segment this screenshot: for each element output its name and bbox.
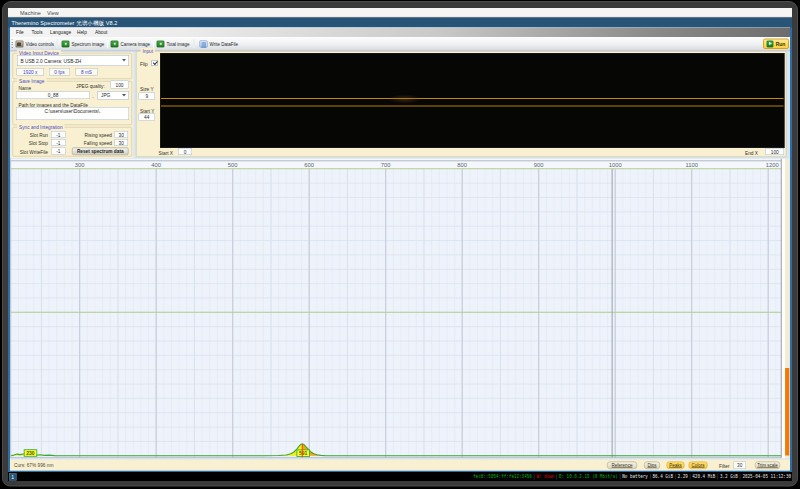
end-x-field[interactable]: 100 [766, 148, 785, 155]
end-x-label: End X [745, 150, 758, 157]
run-button[interactable]: Run [763, 39, 789, 50]
toolbar-button-label: Write DataFile [210, 42, 238, 47]
run-button-label: Run [776, 41, 786, 47]
app-menu-about[interactable]: About [95, 29, 107, 36]
size-y-field[interactable]: 9 [139, 93, 156, 100]
toolbar-button-spectrum-image[interactable]: Spectrum image [60, 39, 107, 50]
app-menu-tools[interactable]: Tools [32, 29, 43, 36]
video-stat-exposure: 8 mS [76, 68, 98, 76]
camera-icon [157, 41, 165, 48]
cursor-readout: Curs: 67% 996 nm [14, 462, 53, 468]
dot-label: . [93, 93, 94, 100]
slot-stop-field[interactable]: -1 [51, 139, 66, 146]
toolbar-button-label: Spectrum image [72, 42, 105, 47]
toolbar-button-write-datafile[interactable]: Write DataFile [198, 39, 240, 50]
status-segment: 3.2 GiB [720, 474, 738, 479]
app-menu-help[interactable]: Help [77, 29, 87, 36]
input-group-label: Input [141, 48, 156, 55]
reset-spectrum-button[interactable]: Reset spectrum data [72, 148, 129, 156]
peaks-button[interactable]: Peaks [667, 462, 685, 470]
flip-label: Flip [140, 61, 148, 68]
slot-stop-label: Slot Stop [10, 140, 48, 147]
app-content: FileToolsLanguageHelpAbout Run Video con… [10, 28, 790, 471]
status-segment: 420.4 MiB [692, 474, 715, 479]
qemu-menu-view[interactable]: View [47, 9, 59, 17]
dips-button[interactable]: Dips [644, 462, 660, 470]
video-device-select[interactable]: B USB 2.0 Camera: USB-ZH [17, 55, 129, 66]
peak-label-591: 591 [299, 450, 308, 456]
screenshot-root: Machine View Theremino Spectrometer 光谱小機… [0, 0, 800, 489]
jpeg-quality-label: JPEG quality: [76, 83, 105, 90]
slot-writefile-field[interactable]: -1 [51, 148, 66, 155]
name-label: Name [19, 85, 32, 92]
toolbar-separator [57, 40, 58, 49]
slot-writefile-label: Slot WriteFile [10, 149, 48, 156]
start-x-field[interactable]: 0 [178, 148, 192, 155]
app-toolbar: Run Video controlsSpectrum imageCamera i… [10, 37, 790, 52]
dropdown-arrow-icon [122, 59, 126, 62]
status-text: fec0::5054:ff:fe12:3456|W: down|E: 10.0.… [473, 472, 791, 481]
video-controls-icon [16, 41, 24, 48]
rising-speed-field[interactable]: 30 [115, 131, 129, 138]
video-device-value: B USB 2.0 Camera: USB-ZH [21, 58, 82, 64]
axis-label-600: 600 [304, 162, 314, 168]
format-select[interactable]: JPG [98, 91, 130, 100]
status-segment: 86.4 GiB [652, 474, 672, 479]
image-name-field[interactable]: 0_88 [16, 92, 90, 100]
app-menu-language[interactable]: Language [50, 29, 71, 36]
qemu-menu-machine[interactable]: Machine [20, 9, 41, 17]
filter-label: Filter [719, 463, 730, 470]
status-segment: 2025-04-05 11:12:30 [742, 474, 791, 479]
falling-speed-field[interactable]: 30 [115, 139, 129, 146]
filter-field[interactable]: 30 [734, 462, 747, 470]
app-menubar: FileToolsLanguageHelpAbout [10, 28, 790, 38]
toolbar-button-video-controls[interactable]: Video controls [14, 39, 56, 50]
status-segment: W: down [536, 474, 554, 479]
toolbar-separator [194, 40, 195, 49]
rising-speed-label: Rising speed [70, 132, 112, 139]
axis-label-500: 500 [228, 162, 238, 168]
video-stat-resolution: 1920 x [17, 68, 45, 76]
sync-group-label: Sync and Integration [17, 124, 65, 131]
i3bar: 1 fec0::5054:ff:fe12:3456|W: down|E: 10.… [8, 472, 792, 481]
app-client-area: FileToolsLanguageHelpAbout Run Video con… [10, 28, 790, 471]
workspace-button[interactable]: 1 [9, 473, 17, 481]
axis-label-400: 400 [151, 162, 161, 168]
status-segment: 2.29 [678, 474, 688, 479]
guest-screen: Theremino Spectrometer 光谱小機版 V8.2 FileTo… [8, 18, 792, 482]
control-panels: Video Input Device B USB 2.0 Camera: USB… [10, 52, 790, 159]
trim-indicator[interactable] [785, 368, 789, 455]
spectrum-chart[interactable]: 2003004005006007008009001000110012002305… [10, 159, 790, 459]
app-window: Theremino Spectrometer 光谱小機版 V8.2 FileTo… [8, 18, 792, 473]
toolbar-button-total-image[interactable]: Total image [155, 39, 192, 50]
camera-preview[interactable] [160, 53, 785, 148]
camera-icon [111, 41, 119, 48]
status-segment: fec0::5054:ff:fe12:3456 [473, 474, 532, 479]
flip-checkbox[interactable] [152, 60, 158, 66]
path-field[interactable]: C:\users\user\Documents\. [16, 107, 129, 120]
axis-label-1200: 1200 [766, 162, 779, 168]
run-play-icon [767, 40, 774, 47]
window-titlebar[interactable]: Theremino Spectrometer 光谱小機版 V8.2 [8, 18, 792, 28]
axis-label-700: 700 [381, 162, 391, 168]
toolbar-button-label: Video controls [26, 42, 54, 47]
trim-scale-button[interactable]: Trim scale [755, 462, 780, 470]
toolbar-button-label: Total image [167, 42, 190, 47]
status-segment: E: 10.0.2.15 (0 Mbit/s) [559, 474, 618, 479]
axis-strip [11, 159, 782, 169]
app-menu-file[interactable]: File [16, 29, 24, 36]
start-x-label: Start X [159, 150, 174, 157]
format-value: JPG [101, 93, 110, 99]
datafile-icon [200, 41, 208, 48]
reference-button[interactable]: Reference [607, 462, 637, 470]
toolbar-button-label: Camera image [121, 42, 151, 47]
start-y-field[interactable]: 44 [139, 114, 156, 121]
axis-label-800: 800 [457, 162, 467, 168]
status-segment: No battery [622, 474, 648, 479]
slot-run-field[interactable]: -1 [51, 131, 66, 138]
right-white-strip [782, 159, 785, 459]
scanline-selection[interactable] [161, 98, 784, 107]
colors-button[interactable]: Colors [689, 462, 708, 470]
axis-label-1000: 1000 [609, 162, 622, 168]
jpeg-quality-field[interactable]: 100 [111, 81, 129, 89]
